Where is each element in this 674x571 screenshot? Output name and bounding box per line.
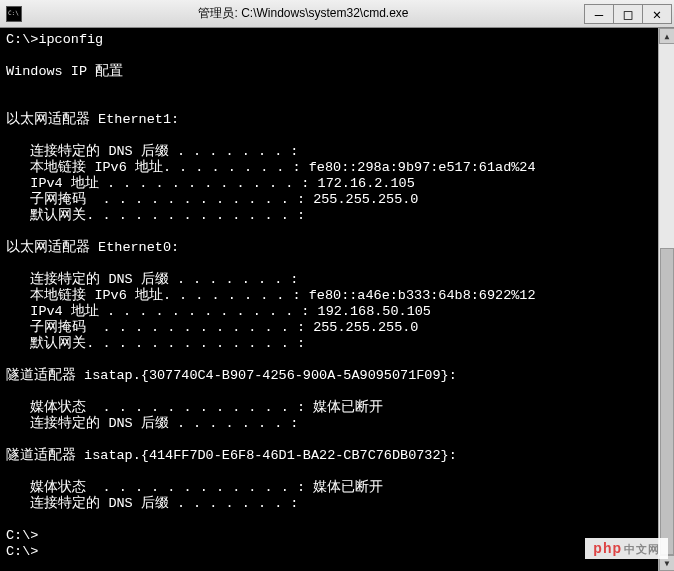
watermark: php中文网 <box>585 538 668 559</box>
scroll-up-button[interactable]: ▲ <box>659 28 674 44</box>
maximize-button[interactable]: □ <box>613 4 643 24</box>
window-title: 管理员: C:\Windows\system32\cmd.exe <box>22 5 585 22</box>
window-controls: — □ ✕ <box>585 4 672 24</box>
close-button[interactable]: ✕ <box>642 4 672 24</box>
watermark-text: php <box>593 540 622 556</box>
scroll-thumb[interactable] <box>660 248 674 555</box>
terminal-output[interactable]: C:\>ipconfig Windows IP 配置 以太网适配器 Ethern… <box>0 28 674 571</box>
scroll-track[interactable] <box>659 44 674 555</box>
cmd-icon <box>6 6 22 22</box>
vertical-scrollbar[interactable]: ▲ ▼ <box>658 28 674 571</box>
watermark-suffix: 中文网 <box>624 543 660 555</box>
minimize-button[interactable]: — <box>584 4 614 24</box>
titlebar: 管理员: C:\Windows\system32\cmd.exe — □ ✕ <box>0 0 674 28</box>
